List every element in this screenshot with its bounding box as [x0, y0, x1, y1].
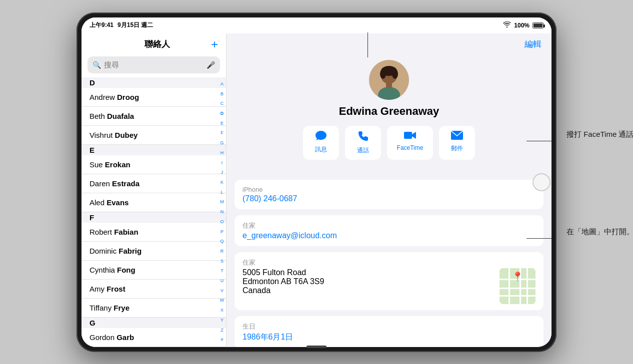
- contact-item[interactable]: Robert Fabian: [82, 223, 226, 242]
- date-display: 9月15日 週二: [118, 21, 153, 29]
- contact-item[interactable]: Cynthia Fong: [82, 261, 226, 280]
- address-label: 住家: [242, 258, 536, 267]
- phone-card: iPhone (780) 246-0687: [234, 180, 544, 209]
- address-line1[interactable]: 5005 Fulton Road: [242, 268, 494, 277]
- mail-icon: [451, 131, 463, 142]
- address-line3: Canada: [242, 286, 494, 295]
- contact-item-amy-frost[interactable]: Amy Frost: [82, 280, 226, 299]
- contact-name: Edwina Greenaway: [339, 105, 440, 118]
- email-label: 住家: [242, 221, 536, 230]
- map-thumbnail[interactable]: 📍: [500, 268, 536, 304]
- mail-label: 郵件: [451, 144, 463, 153]
- annotation-right-bottom: 在「地圖」中打開。: [562, 227, 633, 237]
- birthday-label: 生日: [242, 322, 536, 331]
- facetime-label: FaceTime: [397, 144, 424, 151]
- section-f: F: [82, 212, 226, 223]
- section-d: D: [82, 77, 226, 88]
- contact-item[interactable]: Andrew Droog: [82, 88, 226, 107]
- contact-detail-panel: 編輯: [226, 33, 552, 347]
- address-line2: Edmonton AB T6A 3S9: [242, 277, 494, 286]
- address-card: 住家 5005 Fulton Road Edmonton AB T6A 3S9 …: [234, 252, 544, 310]
- home-indicator: [306, 346, 326, 348]
- contact-item[interactable]: Dominic Fabrig: [82, 242, 226, 261]
- action-buttons: 訊息 通話: [303, 126, 476, 160]
- call-icon: [358, 131, 368, 144]
- contacts-title: 聯絡人: [104, 38, 211, 50]
- annotation-right-top: 撥打 FaceTime 通話。: [562, 130, 633, 139]
- info-cards: iPhone (780) 246-0687 住家 e_greenaway@icl…: [226, 180, 552, 347]
- facetime-button[interactable]: FaceTime: [387, 126, 434, 160]
- detail-header: 編輯: [226, 33, 552, 55]
- wifi-icon: [503, 21, 511, 29]
- email-card: 住家 e_greenaway@icloud.com: [234, 215, 544, 246]
- message-label: 訊息: [315, 145, 327, 154]
- contacts-list: D Andrew Droog Beth Duafala Vishrut Dube…: [82, 77, 226, 347]
- message-button[interactable]: 訊息: [303, 126, 339, 160]
- contact-item[interactable]: Vishrut Dubey: [82, 126, 226, 145]
- svg-point-3: [380, 69, 386, 79]
- birthday-card: 生日 1986年6月1日: [234, 316, 544, 347]
- svg-rect-7: [404, 132, 412, 139]
- phone-label: iPhone: [242, 186, 536, 193]
- section-e: E: [82, 145, 226, 155]
- home-button[interactable]: [532, 173, 550, 191]
- contact-item[interactable]: Beth Duafala: [82, 107, 226, 126]
- battery-percent: 100%: [514, 22, 530, 29]
- search-bar[interactable]: 🔍 🎤: [88, 56, 220, 73]
- contact-item[interactable]: Daren Estrada: [82, 174, 226, 193]
- contact-item[interactable]: Aled Evans: [82, 193, 226, 212]
- status-bar: 上午9:41 9月15日 週二 100%: [82, 17, 552, 33]
- svg-rect-6: [386, 82, 392, 88]
- contact-profile: Edwina Greenaway 訊息: [226, 55, 552, 180]
- message-icon: [316, 131, 326, 143]
- call-label: 通話: [357, 146, 369, 155]
- svg-point-4: [392, 69, 398, 79]
- contact-item[interactable]: Gordon Garb: [82, 328, 226, 347]
- facetime-icon: [404, 131, 416, 142]
- add-contact-button[interactable]: +: [211, 38, 218, 50]
- call-button[interactable]: 通話: [345, 126, 381, 160]
- mic-icon: 🎤: [206, 61, 215, 69]
- contact-item[interactable]: Tiffany Frye: [82, 299, 226, 318]
- contact-item[interactable]: Sue Erokan: [82, 155, 226, 174]
- alpha-index[interactable]: A B C D E F G H I J K L M: [218, 77, 226, 347]
- time-display: 上午9:41: [90, 21, 114, 29]
- email-value[interactable]: e_greenaway@icloud.com: [242, 231, 536, 240]
- birthday-value: 1986年6月1日: [242, 332, 536, 343]
- contacts-header: 聯絡人 +: [82, 33, 226, 54]
- battery-icon: [532, 22, 544, 28]
- edit-button[interactable]: 編輯: [524, 38, 542, 50]
- avatar: [369, 60, 409, 100]
- search-icon: 🔍: [92, 61, 101, 69]
- phone-value[interactable]: (780) 246-0687: [242, 194, 536, 203]
- mail-button[interactable]: 郵件: [439, 126, 475, 160]
- map-pin-icon: 📍: [512, 271, 523, 282]
- search-input[interactable]: [104, 60, 204, 69]
- section-g: G: [82, 318, 226, 328]
- contacts-panel: 聯絡人 + 🔍 🎤 D Andrew Droog Beth Duafala Vi…: [82, 33, 226, 347]
